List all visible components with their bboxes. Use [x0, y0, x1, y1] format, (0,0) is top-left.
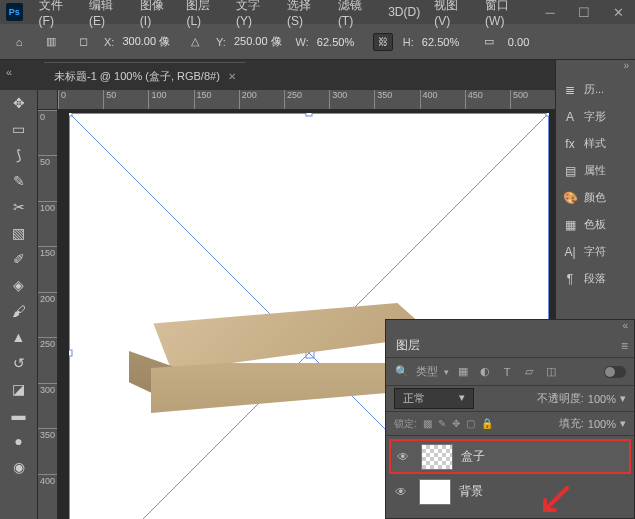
link-wh-icon[interactable]: ⛓ — [373, 33, 393, 51]
search-icon[interactable]: 🔍 — [394, 364, 410, 380]
layers-collapse-icon[interactable]: « — [386, 320, 634, 334]
filter-type-icon[interactable]: T — [499, 364, 515, 380]
menu-filter[interactable]: 滤镜(T) — [332, 0, 380, 30]
h-label: H: — [403, 36, 414, 48]
h-value[interactable]: 62.50% — [418, 34, 468, 50]
panel-properties[interactable]: ▤属性 — [556, 157, 635, 184]
panel-paragraph[interactable]: ¶段落 — [556, 265, 635, 292]
menu-window[interactable]: 窗口(W) — [479, 0, 531, 30]
para-icon: ¶ — [562, 271, 578, 287]
menu-select[interactable]: 选择(S) — [281, 0, 330, 30]
layers-menu-icon[interactable]: ≡ — [621, 339, 634, 353]
layers-tab[interactable]: 图层 ≡ — [386, 334, 634, 358]
tool-bar: ✥ ▭ ⟆ ✎ ✂ ▧ ✐ ◈ 🖌 ▲ ↺ ◪ ▬ ● ◉ — [0, 90, 38, 519]
ruler-corner — [38, 90, 58, 110]
filter-smart-icon[interactable]: ◫ — [543, 364, 559, 380]
char-icon: A| — [562, 244, 578, 260]
panel-styles[interactable]: fx样式 — [556, 130, 635, 157]
frame-tool[interactable]: ▧ — [5, 222, 33, 244]
filter-adjust-icon[interactable]: ◐ — [477, 364, 493, 380]
fill-label: 填充: — [559, 416, 584, 431]
layer-name: 背景 — [459, 483, 483, 500]
ruler-vertical: 050100150200250300350400 — [38, 110, 58, 519]
layer-row-box[interactable]: 👁 盒子 — [389, 439, 631, 474]
lock-pos-icon[interactable]: ✥ — [452, 418, 460, 429]
filter-label: 类型 — [416, 364, 438, 379]
marquee-tool[interactable]: ▭ — [5, 118, 33, 140]
lock-trans-icon[interactable]: ▩ — [423, 418, 432, 429]
layer-filter-bar: 🔍 类型 ▾ ▦ ◐ T ▱ ◫ — [386, 358, 634, 386]
visibility-icon[interactable]: 👁 — [397, 450, 413, 464]
transform-icon[interactable]: ▥ — [40, 31, 62, 53]
menu-edit[interactable]: 编辑(E) — [83, 0, 132, 30]
move-tool[interactable]: ✥ — [5, 92, 33, 114]
layer-thumbnail — [421, 444, 453, 470]
menu-view[interactable]: 视图(V) — [428, 0, 477, 30]
y-label: Y: — [216, 36, 226, 48]
fill-value[interactable]: 100% — [588, 418, 616, 430]
quick-select-tool[interactable]: ✎ — [5, 170, 33, 192]
filter-pixel-icon[interactable]: ▦ — [455, 364, 471, 380]
document-tabs: « 未标题-1 @ 100% (盒子, RGB/8#) ✕ — [0, 60, 635, 90]
swatch-icon: ▦ — [562, 217, 578, 233]
angle-value[interactable]: 0.00 — [504, 34, 554, 50]
opacity-label: 不透明度: — [537, 391, 584, 406]
y-value[interactable]: 250.00 像 — [230, 32, 286, 51]
panel-collapse-icon[interactable]: » — [556, 60, 635, 76]
healing-tool[interactable]: ◈ — [5, 274, 33, 296]
w-value[interactable]: 62.50% — [313, 34, 363, 50]
angle-icon: ▭ — [478, 31, 500, 53]
swap-xy-icon[interactable]: △ — [184, 31, 206, 53]
lock-artboard-icon[interactable]: ▢ — [466, 418, 475, 429]
fx-icon: fx — [562, 136, 578, 152]
history-brush-tool[interactable]: ↺ — [5, 352, 33, 374]
props-icon: ▤ — [562, 163, 578, 179]
blend-mode-dropdown[interactable]: 正常▾ — [394, 388, 474, 409]
svg-rect-6 — [69, 350, 72, 356]
lasso-tool[interactable]: ⟆ — [5, 144, 33, 166]
brush-tool[interactable]: 🖌 — [5, 300, 33, 322]
panel-history[interactable]: ≣历... — [556, 76, 635, 103]
svg-rect-5 — [546, 113, 549, 116]
home-icon[interactable]: ⌂ — [8, 31, 30, 53]
filter-toggle[interactable] — [604, 366, 626, 378]
menu-file[interactable]: 文件(F) — [33, 0, 81, 30]
layers-panel: « 图层 ≡ 🔍 类型 ▾ ▦ ◐ T ▱ ◫ 正常▾ 不透明度: 100%▾ … — [385, 319, 635, 519]
w-label: W: — [296, 36, 309, 48]
history-icon: ≣ — [562, 82, 578, 98]
menu-type[interactable]: 文字(Y) — [230, 0, 279, 30]
layer-row-background[interactable]: 👁 背景 — [389, 474, 631, 509]
layer-thumbnail — [419, 479, 451, 505]
lock-paint-icon[interactable]: ✎ — [438, 418, 446, 429]
menu-3d[interactable]: 3D(D) — [382, 3, 426, 21]
blur-tool[interactable]: ● — [5, 430, 33, 452]
gradient-tool[interactable]: ▬ — [5, 404, 33, 426]
dodge-tool[interactable]: ◉ — [5, 456, 33, 478]
menu-bar: Ps 文件(F) 编辑(E) 图像(I) 图层(L) 文字(Y) 选择(S) 滤… — [0, 0, 635, 24]
stamp-tool[interactable]: ▲ — [5, 326, 33, 348]
panel-character[interactable]: A|字符 — [556, 238, 635, 265]
x-label: X: — [104, 36, 114, 48]
tab-close-icon[interactable]: ✕ — [228, 71, 236, 82]
window-minimize[interactable]: ─ — [533, 0, 567, 24]
document-tab[interactable]: 未标题-1 @ 100% (盒子, RGB/8#) ✕ — [44, 62, 246, 90]
opacity-value[interactable]: 100% — [588, 393, 616, 405]
visibility-icon[interactable]: 👁 — [395, 485, 411, 499]
window-maximize[interactable]: ☐ — [567, 0, 601, 24]
window-close[interactable]: ✕ — [601, 0, 635, 24]
svg-rect-3 — [69, 113, 72, 116]
x-value[interactable]: 300.00 像 — [118, 32, 174, 51]
bounds-icon[interactable]: ◻ — [72, 31, 94, 53]
panel-color[interactable]: 🎨颜色 — [556, 184, 635, 211]
filter-shape-icon[interactable]: ▱ — [521, 364, 537, 380]
menu-image[interactable]: 图像(I) — [134, 0, 179, 30]
eyedropper-tool[interactable]: ✐ — [5, 248, 33, 270]
crop-tool[interactable]: ✂ — [5, 196, 33, 218]
lock-label: 锁定: — [394, 417, 417, 431]
panel-swatches[interactable]: ▦色板 — [556, 211, 635, 238]
menu-layer[interactable]: 图层(L) — [180, 0, 228, 30]
lock-all-icon[interactable]: 🔒 — [481, 418, 493, 429]
collapse-toolbar-icon[interactable]: « — [6, 66, 12, 78]
eraser-tool[interactable]: ◪ — [5, 378, 33, 400]
panel-glyphs[interactable]: A字形 — [556, 103, 635, 130]
